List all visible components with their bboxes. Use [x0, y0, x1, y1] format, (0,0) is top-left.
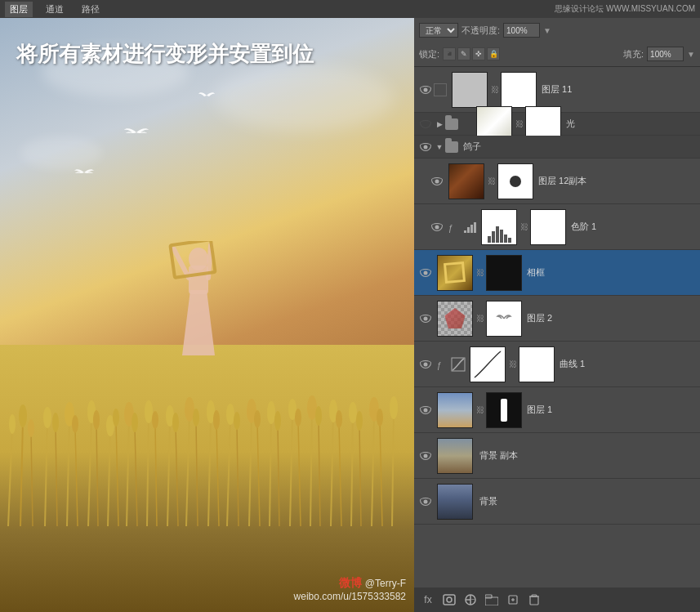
layer-visibility-toggle[interactable]	[429, 219, 445, 235]
layer-visibility-toggle[interactable]	[417, 310, 434, 327]
layer-row[interactable]: ⛓ 图层 1	[414, 387, 700, 433]
figure	[166, 241, 239, 404]
lock-position-btn[interactable]: ✜	[472, 47, 485, 60]
svg-point-70	[349, 402, 357, 423]
group-collapse-arrow[interactable]: ▶	[434, 120, 445, 128]
layer-group-row[interactable]: ▼ 鸽子	[414, 136, 700, 159]
eye-icon-hidden	[420, 120, 431, 128]
layer-link-icon: ⛓	[491, 85, 499, 94]
svg-line-57	[290, 413, 292, 526]
lock-image-btn[interactable]: ✎	[457, 47, 470, 60]
lock-all-btn[interactable]: 🔒	[487, 47, 500, 60]
layer-mask-thumbnail	[486, 392, 522, 428]
layer-row[interactable]: ⛓ 图层 12副本	[414, 159, 700, 204]
fill-input[interactable]	[647, 47, 684, 61]
svg-point-72	[356, 411, 363, 431]
add-style-button[interactable]: fx	[421, 592, 435, 607]
tab-channels[interactable]: 通道	[41, 2, 69, 17]
blend-mode-select[interactable]: 正常	[419, 23, 458, 38]
main-content: 将所有素材进行变形并安置到位 微博 @Terry-F weibo.com/u/1…	[0, 18, 700, 612]
svg-text:ƒ: ƒ	[437, 361, 442, 370]
svg-rect-96	[530, 596, 538, 605]
layer-name: 背景	[476, 495, 697, 507]
svg-point-36	[172, 413, 179, 432]
layer-visibility-toggle[interactable]	[417, 402, 434, 418]
layer-row[interactable]: ⛓ 相框	[414, 250, 700, 296]
layer-link-icon: ⛓	[476, 268, 484, 277]
layer-name: 色阶 1	[568, 221, 697, 233]
layer-row[interactable]: ƒ	[414, 204, 700, 250]
layer-visibility-toggle[interactable]	[417, 494, 434, 510]
svg-line-17	[88, 416, 91, 526]
svg-line-31	[155, 424, 157, 526]
svg-line-51	[257, 423, 260, 526]
layer-thumbnail	[470, 346, 506, 382]
layer-row[interactable]: ƒ	[414, 342, 700, 387]
eye-icon	[431, 177, 443, 185]
delete-layer-button[interactable]	[527, 592, 542, 607]
layer-row[interactable]: ⛓ 图层 2	[414, 296, 700, 342]
tab-paths[interactable]: 路径	[77, 2, 105, 17]
eye-icon	[420, 452, 431, 460]
svg-line-19	[96, 424, 98, 526]
layer-visibility-toggle[interactable]	[417, 82, 434, 98]
svg-line-55	[278, 425, 279, 526]
layer-checkbox[interactable]	[434, 83, 447, 96]
svg-line-7	[31, 432, 33, 526]
svg-point-1	[189, 248, 208, 270]
layer-row[interactable]: 背景	[414, 479, 700, 525]
add-mask-button[interactable]	[442, 592, 457, 607]
layer-thumbnail	[448, 163, 484, 199]
layer-row[interactable]: 背景 副本	[414, 433, 700, 479]
layer-visibility-toggle[interactable]	[429, 173, 445, 190]
layer-link-icon: ⛓	[520, 222, 528, 231]
panel-controls: 正常 不透明度: ▼ 锁定: ◾ ✎ ✜ 🔒 填充: ▼	[414, 18, 700, 67]
layer-visibility-toggle[interactable]	[417, 265, 434, 281]
panel-bottom: fx	[414, 587, 700, 612]
canvas-area: 将所有素材进行变形并安置到位 微博 @Terry-F weibo.com/u/1…	[0, 18, 414, 612]
layer-link-icon: ⛓	[476, 314, 484, 323]
svg-line-35	[176, 427, 178, 526]
layer-name: 相框	[524, 266, 697, 279]
new-group-button[interactable]	[484, 592, 499, 607]
layer-name: 图层 11	[538, 83, 697, 96]
layer-thumbnail	[452, 72, 488, 108]
add-adjustment-button[interactable]	[463, 592, 478, 607]
layer-link-icon: ⛓	[509, 360, 517, 369]
svg-line-75	[380, 422, 382, 526]
layer-name: 鸽子	[460, 141, 697, 153]
watermark: 思缘设计论坛 WWW.MISSYUAN.COM	[555, 3, 695, 15]
svg-rect-83	[474, 222, 476, 233]
new-layer-button[interactable]	[506, 592, 520, 607]
opacity-label: 不透明度:	[461, 25, 500, 37]
layer-thumbnail	[437, 438, 473, 474]
layer-mask-thumbnail	[530, 209, 566, 245]
opacity-arrow[interactable]: ▼	[543, 26, 551, 35]
panel-bottom-icons: fx	[421, 592, 542, 607]
layer-group-row[interactable]: ▶ ⛓ 光	[414, 113, 700, 136]
group-collapse-arrow[interactable]: ▼	[434, 143, 445, 151]
svg-line-39	[196, 422, 198, 526]
layer-visibility-toggle[interactable]	[417, 356, 434, 373]
svg-line-13	[67, 418, 69, 526]
tab-layers[interactable]: 图层	[5, 2, 33, 17]
blend-opacity-row: 正常 不透明度: ▼	[414, 18, 700, 42]
svg-line-65	[331, 415, 333, 526]
svg-point-8	[28, 419, 34, 437]
layer-visibility-toggle[interactable]	[417, 116, 434, 132]
svg-line-15	[75, 428, 78, 526]
svg-point-64	[315, 406, 322, 426]
svg-line-33	[167, 420, 170, 526]
svg-line-3	[8, 428, 12, 526]
layer-visibility-toggle[interactable]	[417, 139, 434, 155]
layer-name: 背景 副本	[476, 449, 697, 462]
svg-point-52	[254, 410, 261, 428]
eye-icon	[420, 360, 431, 369]
layer-visibility-toggle[interactable]	[417, 448, 434, 464]
lock-transparent-btn[interactable]: ◾	[443, 47, 456, 60]
svg-point-12	[52, 413, 59, 432]
fill-arrow[interactable]: ▼	[687, 50, 695, 59]
svg-line-45	[227, 418, 230, 526]
opacity-input[interactable]	[503, 23, 540, 38]
svg-point-16	[72, 415, 78, 433]
